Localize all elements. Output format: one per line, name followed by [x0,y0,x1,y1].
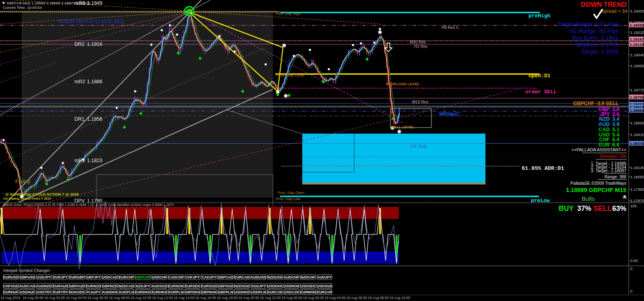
svg-text:SL Range: 82 Pips: SL Range: 82 Pips [570,28,619,34]
svg-text:0.00: 0.00 [630,258,638,263]
svg-text:EURSEK: EURSEK [185,284,200,288]
svg-text:EURCAD: EURCAD [234,275,250,279]
svg-text:CADCHF: CADCHF [168,275,184,279]
svg-text:NZDCAD: NZDCAD [119,284,134,288]
svg-text:PalladaSE.©2009 TradeWays: PalladaSE.©2009 TradeWays [570,181,626,186]
svg-text:preLow: preLow [531,198,550,204]
svg-text:19 Aug 06:00: 19 Aug 06:00 [346,296,367,300]
svg-text:USDJPY: USDJPY [37,275,51,279]
svg-text:GBPNOK: GBPNOK [201,290,217,294]
svg-text:USDHKD: USDHKD [234,290,250,294]
svg-text:NZDSGD: NZDSGD [234,284,250,288]
svg-text:STOPLOSS LEVEL: STOPLOSS LEVEL [386,82,420,86]
svg-text:Target Range: 191 Pips: Target Range: 191 Pips [557,21,619,27]
svg-text:AUDJPY: AUDJPY [317,275,332,279]
svg-text:1.18593: 1.18593 [630,108,644,113]
svg-text:EUR: EUR [599,142,610,148]
svg-text:3. Target - 1.18097: 3. Target - 1.18097 [591,168,626,173]
svg-text:1.18950: 1.18950 [630,64,644,68]
svg-text:AUDDKK: AUDDKK [102,290,118,294]
svg-text:16 Aug 12:00: 16 Aug 12:00 [152,296,173,300]
svg-text:USDDKK: USDDKK [267,284,283,288]
svg-text:16 Aug 02:00: 16 Aug 02:00 [44,296,65,300]
svg-text:16 Aug 18:00: 16 Aug 18:00 [217,296,237,300]
svg-text:USDCHF: USDCHF [152,275,167,279]
svg-text:15 Aug 2019: 15 Aug 2019 [0,296,21,300]
svg-text:37%: 37% [577,204,591,212]
svg-text:AUDCHF: AUDCHF [284,275,299,279]
svg-text:Target: 1.2032: Target: 1.2032 [581,48,619,55]
svg-text:Intrepid Symbol Changer: Intrepid Symbol Changer [3,268,50,273]
svg-text:GBPCAD: GBPCAD [217,275,233,279]
svg-text:19 Aug 08:00: 19 Aug 08:00 [368,296,389,300]
svg-text:SELL LEVEL: SELL LEVEL [391,125,415,129]
svg-text:AUDPLN: AUDPLN [119,290,134,294]
svg-text:1.19167: 1.19167 [630,37,644,41]
svg-text:1.18770: 1.18770 [630,88,644,92]
svg-text:1.17870: 1.17870 [630,198,644,203]
svg-text:NOKSEK: NOKSEK [69,290,85,294]
svg-text:USDPLN: USDPLN [251,290,266,294]
svg-text:PLNJPY: PLNJPY [86,290,100,294]
svg-text:++PALLADA ASSISTANT++: ++PALLADA ASSISTANT++ [571,147,626,152]
svg-text:1.18700: 1.18700 [630,95,644,99]
svg-text:1.18410: 1.18410 [630,132,644,137]
svg-text:GBPCHF -3.9 SELL: GBPCHF -3.9 SELL [573,101,619,106]
svg-text:1.18500: 1.18500 [630,121,644,125]
svg-text:16 Aug 14:00: 16 Aug 14:00 [173,296,194,300]
svg-text:1.1916: 1.1916 [87,41,102,47]
svg-text:OBOS Zone: RSI(2) STO(6,3: OBOS Zone: RSI(2) STO(6,3,4) 35.3789 1.2… [3,203,174,207]
svg-text:EURTRY: EURTRY [53,290,68,294]
svg-text:EURJPY: EURJPY [53,275,68,279]
svg-text:AUDCAD: AUDCAD [20,284,35,288]
svg-text:1.19400: 1.19400 [630,9,644,13]
svg-text:Open:D1: Open:D1 [528,73,551,79]
svg-text:1.18331: 1.18331 [630,141,644,146]
svg-text:19 Aug 00:00: 19 Aug 00:00 [281,296,302,300]
svg-text:EURGBP: EURGBP [69,275,85,279]
svg-text:Prev. Day Open: Prev. Day Open [278,190,305,195]
svg-text:DR1: DR1 [74,116,85,122]
svg-text:19 Aug 10:00: 19 Aug 10:00 [389,296,410,300]
svg-text:EURAUD: EURAUD [53,284,68,288]
svg-text:1.1886: 1.1886 [87,79,102,85]
svg-text:M30 Res: M30 Res [410,40,426,44]
svg-text:16 Aug 20:00: 16 Aug 20:00 [238,296,259,300]
svg-text:NZDUSD: NZDUSD [267,275,283,279]
svg-text:USDCAD: USDCAD [102,275,118,279]
svg-text:NZDJPY: NZDJPY [136,284,150,288]
svg-text:1.1856: 1.1856 [87,116,102,122]
svg-text:16 Aug 04:00: 16 Aug 04:00 [66,296,87,300]
svg-text:GBPSGD: GBPSGD [217,284,233,288]
svg-text:EURHKD: EURHKD [152,290,167,294]
svg-text:1.19220: 1.19220 [630,30,644,35]
svg-text:105: 105 [630,204,637,208]
svg-text:CO.Trading System Forex © 2019: CO.Trading System Forex © 2019 [3,197,51,200]
svg-text:Prev. Day Close: Prev. Day Close [277,73,304,77]
svg-text:16 Aug 00:00: 16 Aug 00:00 [23,296,43,300]
svg-text:Stoploss: 1.1759: Stoploss: 1.1759 [575,41,619,48]
svg-text:Prev. Day High: Prev. Day High [275,11,301,16]
svg-text:CADJPY: CADJPY [202,275,217,279]
svg-text:USDSGD: USDSGD [317,284,332,288]
svg-text:GBPAUD: GBPAUD [69,284,85,288]
svg-text:Spread = 34: Spread = 34 [601,8,627,14]
svg-text:mR3: mR3 [74,0,85,6]
svg-text:16 Aug 16:00: 16 Aug 16:00 [195,296,216,300]
svg-text:EURDKK: EURDKK [135,290,151,294]
svg-text:1.1823: 1.1823 [87,158,102,163]
svg-text:EURZAR: EURZAR [317,290,332,294]
svg-text:DOWN TREND: DOWN TREND [581,1,627,8]
svg-text:19 Aug 02:00: 19 Aug 02:00 [303,296,324,300]
svg-text:Direction: DN: Direction: DN [600,154,626,159]
svg-text:preHigh: preHigh [528,13,551,19]
svg-text:SELL: SELL [594,204,612,212]
svg-text:AUDUSD: AUDUSD [251,275,266,279]
svg-text:M15 Res: M15 Res [412,100,428,104]
svg-text:1.19040: 1.19040 [630,53,644,57]
svg-text:GBPDKK: GBPDKK [184,290,200,294]
svg-text:H4 Sup: H4 Sup [411,143,427,149]
svg-text:16 Aug 10:00: 16 Aug 10:00 [130,296,151,300]
svg-text:EURSGD: EURSGD [201,284,217,288]
svg-text:1.17960: 1.17960 [630,187,644,192]
